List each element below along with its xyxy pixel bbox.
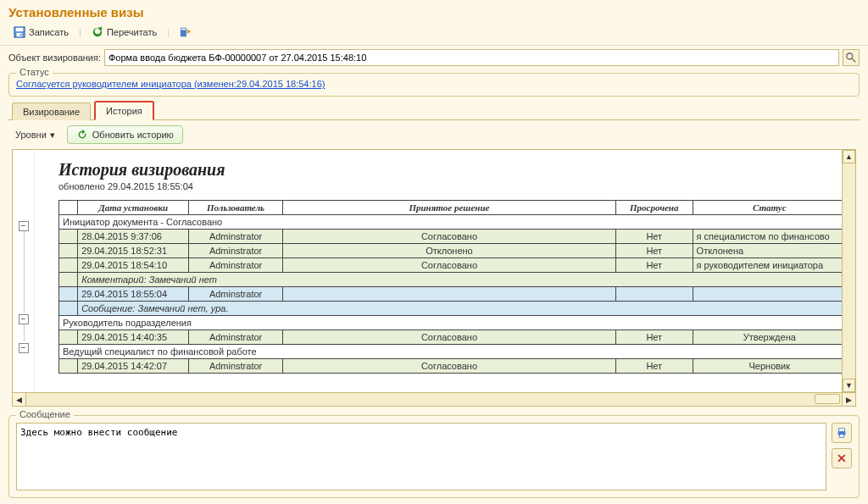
- clear-button[interactable]: ✕: [832, 448, 852, 468]
- col-user: Пользователь: [189, 201, 283, 215]
- levels-dropdown[interactable]: Уровни ▾: [12, 128, 58, 142]
- svg-rect-9: [839, 429, 845, 432]
- lookup-button[interactable]: [843, 49, 860, 66]
- collapse-toggle[interactable]: −: [19, 221, 29, 231]
- svg-line-7: [852, 58, 855, 62]
- scroll-left[interactable]: ◀: [13, 393, 26, 406]
- scroll-up[interactable]: ▲: [843, 150, 855, 163]
- svg-rect-10: [839, 435, 843, 438]
- scroll-track[interactable]: [26, 393, 842, 406]
- collapse-toggle[interactable]: −: [19, 314, 29, 324]
- scroll-track[interactable]: [843, 163, 855, 379]
- section-header: Ведущий специалист по финансовой работе: [59, 345, 843, 359]
- separator: |: [167, 27, 170, 37]
- refresh-history-button[interactable]: Обновить историю: [67, 125, 183, 144]
- vertical-scrollbar[interactable]: ▲ ▼: [842, 150, 855, 392]
- col-decision: Принятое решение: [282, 201, 615, 215]
- table-row[interactable]: 28.04.2015 9:37:06AdminstratorСогласован…: [59, 230, 843, 244]
- scroll-down[interactable]: ▼: [843, 379, 855, 392]
- separator: |: [79, 27, 81, 37]
- page-title: Установленные визы: [0, 0, 868, 23]
- section-header: Инициатор документа - Согласовано: [59, 215, 843, 230]
- message-row: Сообщение: Замечаний нет, ура.: [59, 302, 843, 316]
- log-icon: [180, 26, 192, 38]
- print-button[interactable]: [832, 423, 852, 443]
- object-input[interactable]: [104, 49, 839, 66]
- scroll-thumb[interactable]: [815, 394, 840, 404]
- svg-point-6: [847, 53, 853, 59]
- message-input[interactable]: [16, 423, 826, 490]
- subtoolbar: Уровни ▾ Обновить историю: [0, 120, 868, 149]
- magnifier-icon: [845, 52, 857, 64]
- col-overdue: Просрочена: [615, 201, 693, 215]
- comment-row: Комментарий: Замечаний нет: [59, 273, 843, 287]
- close-icon: ✕: [837, 451, 847, 465]
- refresh-icon: [92, 26, 103, 38]
- message-buttons: ✕: [832, 423, 852, 490]
- history-frame: − − − История визирования обновлено 29.0…: [12, 149, 856, 393]
- table-row[interactable]: 29.04.2015 18:52:31AdminstratorОтклонено…: [59, 244, 843, 258]
- table-row[interactable]: 29.04.2015 14:40:35AdminstratorСогласова…: [59, 330, 843, 345]
- collapse-toggle[interactable]: −: [19, 343, 29, 353]
- status-group: Статус Согласуется руководителем инициат…: [8, 73, 860, 97]
- col-date: Дата установки: [78, 201, 189, 215]
- reread-button[interactable]: Перечитать: [86, 25, 162, 40]
- chevron-down-icon: ▾: [50, 130, 55, 141]
- refresh-icon: [76, 129, 88, 141]
- handle-col: [59, 201, 78, 215]
- history-table: Дата установки Пользователь Принятое реш…: [58, 200, 842, 374]
- write-label: Записать: [29, 27, 69, 37]
- table-row[interactable]: 29.04.2015 14:42:07AdminstratorСогласова…: [59, 359, 843, 374]
- levels-label: Уровни: [15, 130, 47, 140]
- tabbar: Визирование История: [8, 100, 860, 120]
- svg-rect-3: [20, 34, 22, 36]
- status-link[interactable]: Согласуется руководителем инициатора (из…: [16, 79, 325, 89]
- tab-visirovanie[interactable]: Визирование: [12, 102, 91, 120]
- log-button[interactable]: [175, 25, 197, 40]
- table-row[interactable]: 29.04.2015 18:55:04Adminstrator: [59, 287, 843, 302]
- object-row: Объект визирования:: [0, 46, 868, 69]
- history-title: История визирования: [58, 160, 842, 180]
- col-status: Статус: [693, 201, 842, 215]
- status-legend: Статус: [16, 67, 53, 77]
- object-label: Объект визирования:: [8, 53, 101, 63]
- outline-column: − − −: [13, 150, 35, 392]
- reread-label: Перечитать: [107, 27, 157, 37]
- message-legend: Сообщение: [16, 409, 74, 419]
- table-row[interactable]: 29.04.2015 18:54:10AdminstratorСогласова…: [59, 258, 843, 273]
- scroll-right[interactable]: ▶: [842, 393, 855, 406]
- message-group: Сообщение ✕: [8, 415, 860, 498]
- toolbar: Записать | Перечитать |: [0, 23, 868, 46]
- disk-icon: [14, 26, 25, 38]
- printer-icon: [836, 427, 848, 439]
- svg-rect-1: [16, 28, 24, 31]
- history-updated: обновлено 29.04.2015 18:55:04: [58, 181, 842, 191]
- section-header: Руководитель подразделения: [59, 316, 843, 330]
- tab-istoriya[interactable]: История: [94, 101, 154, 120]
- horizontal-scrollbar[interactable]: ◀ ▶: [12, 393, 856, 407]
- refresh-history-label: Обновить историю: [92, 130, 174, 140]
- write-button[interactable]: Записать: [8, 25, 74, 40]
- svg-rect-5: [181, 29, 186, 30]
- history-doc: История визирования обновлено 29.04.2015…: [35, 150, 842, 392]
